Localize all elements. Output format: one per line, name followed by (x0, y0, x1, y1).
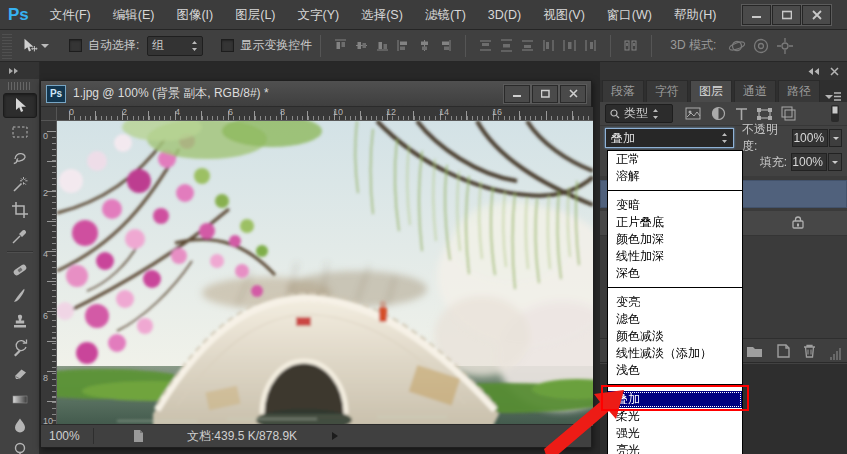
maximize-button[interactable] (772, 5, 801, 25)
align-top-edges-icon[interactable] (333, 38, 348, 53)
tool-gradient[interactable] (3, 386, 37, 411)
tab-layers[interactable]: 图层 (690, 80, 732, 102)
new-group-button[interactable] (746, 344, 763, 358)
dropdown-arrow-icon (832, 161, 838, 167)
distribute-left-edges-icon[interactable] (541, 38, 556, 53)
align-bottom-edges-icon[interactable] (375, 38, 390, 53)
3d-pan-icon[interactable] (776, 37, 794, 55)
align-left-edges-icon[interactable] (396, 38, 411, 53)
blend-option-lighter-color[interactable]: 浅色 (608, 362, 742, 379)
blur-tool-icon (10, 415, 30, 435)
menu-layer[interactable]: 图层(L) (224, 0, 286, 30)
tool-rectangular-marquee[interactable] (3, 119, 37, 144)
blend-option-dissolve[interactable]: 溶解 (608, 168, 742, 185)
menu-type[interactable]: 文字(Y) (287, 0, 351, 30)
minimize-button[interactable] (742, 5, 771, 25)
filter-shape-layers-icon[interactable] (757, 107, 772, 121)
canvas[interactable] (57, 121, 593, 426)
tool-crop[interactable] (3, 197, 37, 222)
tool-brush[interactable] (3, 282, 37, 307)
close-panel-icon[interactable] (830, 67, 839, 76)
distribute-right-edges-icon[interactable] (583, 38, 598, 53)
status-menu-arrow-icon[interactable] (331, 431, 339, 441)
tool-eyedropper[interactable] (3, 223, 37, 248)
zoom-level-field[interactable]: 100% (46, 428, 94, 444)
delete-layer-button[interactable] (802, 343, 817, 359)
trash-icon (802, 343, 817, 359)
blend-option-darken[interactable]: 变暗 (608, 197, 742, 214)
distribute-horizontal-centers-icon[interactable] (562, 38, 577, 53)
minimize-icon (513, 89, 522, 98)
blend-option-lighten[interactable]: 变亮 (608, 294, 742, 311)
ruler-horizontal[interactable]: 0 2 4 6 8 10 12 14 16 (57, 107, 593, 121)
menu-edit[interactable]: 编辑(E) (102, 0, 166, 30)
tool-spot-healing-brush[interactable] (3, 256, 37, 281)
menu-select[interactable]: 选择(S) (350, 0, 414, 30)
doc-minimize-button[interactable] (504, 85, 530, 103)
close-button[interactable] (802, 5, 831, 25)
document-title-bar[interactable]: Ps 1.jpg @ 100% (背景 副本, RGB/8#) * (41, 81, 591, 107)
auto-select-target-select[interactable]: 组 (147, 36, 203, 56)
blend-option-linear-dodge[interactable]: 线性减淡（添加） (608, 345, 742, 362)
new-layer-button[interactable] (776, 343, 791, 359)
filter-pixel-layers-icon[interactable] (685, 106, 702, 121)
status-page-icon[interactable] (132, 429, 145, 443)
blend-option-normal[interactable]: 正常 (608, 151, 742, 168)
menu-3d[interactable]: 3D(D) (477, 0, 532, 30)
show-transform-checkbox[interactable] (221, 39, 234, 52)
fill-value[interactable]: 100% (791, 153, 827, 171)
align-right-edges-icon[interactable] (438, 38, 453, 53)
panel-menu-button[interactable] (825, 92, 841, 102)
doc-restore-button[interactable] (532, 85, 558, 103)
distribute-top-edges-icon[interactable] (478, 38, 493, 53)
opacity-dropdown-button[interactable] (829, 129, 842, 147)
menu-filter[interactable]: 滤镜(T) (414, 0, 477, 30)
current-tool-chip[interactable] (20, 37, 49, 55)
tool-clone-stamp[interactable] (3, 308, 37, 333)
tool-lasso[interactable] (3, 145, 37, 170)
distribute-bottom-edges-icon[interactable] (520, 38, 535, 53)
3d-orbit-icon[interactable] (728, 37, 746, 55)
distribute-vertical-centers-icon[interactable] (499, 38, 514, 53)
tool-history-brush[interactable] (3, 334, 37, 359)
blend-option-darker-color[interactable]: 深色 (608, 265, 742, 282)
tool-dodge[interactable] (3, 438, 37, 454)
tab-paths[interactable]: 路径 (778, 80, 820, 102)
menu-help[interactable]: 帮助(H) (663, 0, 727, 30)
filter-type-select[interactable]: 类型 (605, 104, 673, 123)
auto-align-layers-icon[interactable] (623, 38, 639, 53)
blend-option-color-dodge[interactable]: 颜色减淡 (608, 328, 742, 345)
tool-eraser[interactable] (3, 360, 37, 385)
collapse-panels-icon[interactable] (807, 67, 820, 76)
tab-channels[interactable]: 通道 (734, 80, 776, 102)
tab-character[interactable]: 字符 (646, 80, 688, 102)
tool-move[interactable] (3, 93, 37, 118)
blend-option-multiply[interactable]: 正片叠底 (608, 214, 742, 231)
align-horizontal-centers-icon[interactable] (417, 38, 432, 53)
filtering-toggle-icon[interactable] (831, 105, 839, 122)
menu-window[interactable]: 窗口(W) (596, 0, 663, 30)
ruler-vertical[interactable]: 0 2 4 6 8 10 (41, 121, 57, 426)
blend-option-linear-burn[interactable]: 线性加深 (608, 248, 742, 265)
filter-smart-objects-icon[interactable] (781, 106, 796, 121)
options-bar-grip[interactable] (2, 33, 12, 59)
blend-mode-select[interactable]: 叠加 (605, 128, 734, 148)
blend-option-color-burn[interactable]: 颜色加深 (608, 231, 742, 248)
blend-option-screen[interactable]: 滤色 (608, 311, 742, 328)
tool-blur[interactable] (3, 412, 37, 437)
doc-close-button[interactable] (560, 85, 586, 103)
tab-paragraph[interactable]: 段落 (602, 80, 644, 102)
fill-dropdown-button[interactable] (828, 153, 842, 171)
toolbox-header[interactable] (0, 62, 39, 79)
panel-resize-grip[interactable] (828, 347, 842, 360)
3d-roll-icon[interactable] (752, 37, 770, 55)
auto-select-checkbox[interactable] (69, 39, 82, 52)
tool-magic-wand[interactable] (3, 171, 37, 196)
opacity-value[interactable]: 100% (792, 129, 828, 147)
filter-type-layers-icon[interactable] (735, 107, 748, 121)
menu-image[interactable]: 图像(I) (165, 0, 224, 30)
align-vertical-centers-icon[interactable] (354, 38, 369, 53)
filter-adjustment-layers-icon[interactable] (711, 106, 726, 121)
menu-view[interactable]: 视图(V) (532, 0, 596, 30)
menu-file[interactable]: 文件(F) (39, 0, 102, 30)
